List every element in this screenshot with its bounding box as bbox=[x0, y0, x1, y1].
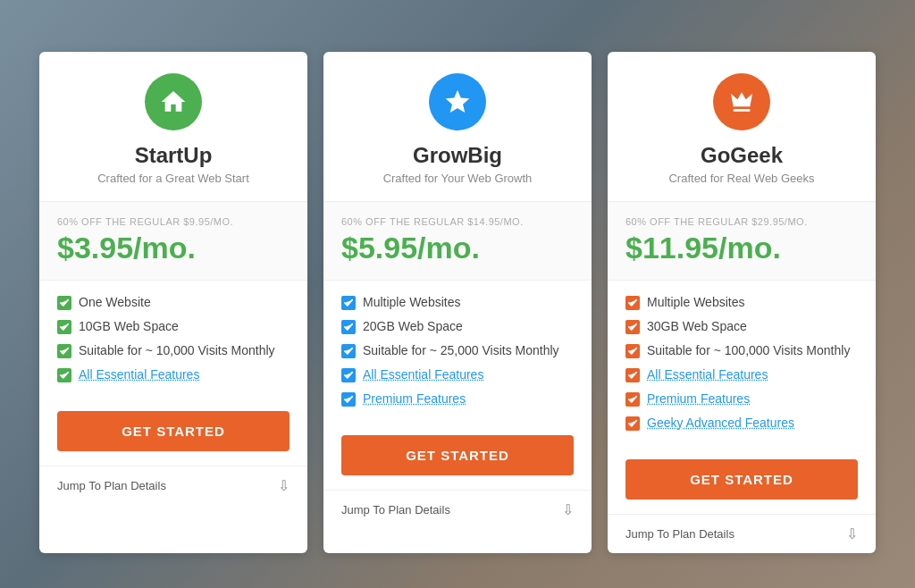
feature-item: All Essential Features bbox=[625, 367, 858, 382]
plan-features-growbig: Multiple Websites 20GB Web Space Suitabl… bbox=[323, 281, 592, 421]
original-price-gogeek: 60% OFF THE REGULAR $29.95/MO. bbox=[625, 216, 858, 227]
check-icon bbox=[625, 344, 640, 358]
feature-link-startup[interactable]: All Essential Features bbox=[79, 367, 199, 382]
plan-features-startup: One Website 10GB Web Space Suitable for … bbox=[39, 281, 307, 397]
check-icon bbox=[341, 296, 356, 310]
feature-text: Multiple Websites bbox=[647, 295, 744, 309]
plan-card-gogeek: GoGeek Crafted for Real Web Geeks 60% OF… bbox=[608, 52, 876, 553]
check-icon bbox=[625, 416, 640, 431]
check-icon bbox=[625, 368, 640, 382]
down-arrow-icon-gogeek: ⇩ bbox=[846, 525, 858, 542]
plan-header-startup: StartUp Crafted for a Great Web Start bbox=[39, 52, 307, 202]
feature-link-gogeek[interactable]: All Essential Features bbox=[647, 367, 768, 382]
discounted-price-gogeek: $11.95/mo. bbox=[625, 231, 858, 265]
feature-text: Suitable for ~ 25,000 Visits Monthly bbox=[363, 343, 559, 357]
feature-item: Suitable for ~ 10,000 Visits Monthly bbox=[57, 343, 290, 358]
feature-link-gogeek[interactable]: Premium Features bbox=[647, 391, 750, 406]
check-icon bbox=[341, 392, 356, 407]
plan-cta-growbig: GET STARTED bbox=[323, 421, 592, 490]
feature-link-growbig[interactable]: All Essential Features bbox=[363, 367, 483, 382]
feature-item: 20GB Web Space bbox=[341, 319, 574, 334]
discounted-price-growbig: $5.95/mo. bbox=[341, 231, 574, 265]
plan-card-startup: StartUp Crafted for a Great Web Start 60… bbox=[39, 52, 307, 553]
get-started-button-gogeek[interactable]: GET STARTED bbox=[625, 459, 858, 500]
plan-icon-gogeek bbox=[713, 73, 770, 130]
plan-header-growbig: GrowBig Crafted for Your Web Growth bbox=[323, 52, 592, 202]
feature-item: All Essential Features bbox=[341, 367, 574, 382]
discounted-price-startup: $3.95/mo. bbox=[57, 231, 290, 265]
check-icon bbox=[625, 392, 640, 407]
original-price-growbig: 60% OFF THE REGULAR $14.95/MO. bbox=[341, 216, 574, 227]
check-icon bbox=[57, 320, 71, 334]
plan-cta-gogeek: GET STARTED bbox=[608, 445, 876, 514]
feature-text: 30GB Web Space bbox=[647, 319, 747, 333]
feature-text: 10GB Web Space bbox=[79, 319, 179, 333]
check-icon bbox=[57, 296, 71, 310]
plan-pricing-startup: 60% OFF THE REGULAR $9.95/MO. $3.95/mo. bbox=[39, 202, 307, 281]
jump-link-growbig: Jump To Plan Details bbox=[341, 503, 450, 517]
feature-text: Suitable for ~ 10,000 Visits Monthly bbox=[79, 343, 275, 357]
plan-card-growbig: GrowBig Crafted for Your Web Growth 60% … bbox=[323, 52, 592, 553]
feature-item: 10GB Web Space bbox=[57, 319, 290, 334]
plan-pricing-growbig: 60% OFF THE REGULAR $14.95/MO. $5.95/mo. bbox=[323, 202, 592, 281]
feature-item: Geeky Advanced Features bbox=[625, 416, 858, 431]
check-icon bbox=[341, 320, 356, 334]
feature-item: Multiple Websites bbox=[625, 295, 858, 310]
check-icon bbox=[341, 344, 356, 358]
plan-icon-growbig bbox=[429, 73, 486, 130]
feature-text: Multiple Websites bbox=[363, 295, 460, 309]
check-icon bbox=[341, 368, 356, 382]
feature-item: One Website bbox=[57, 295, 290, 310]
check-icon bbox=[625, 296, 640, 310]
plan-tagline-gogeek: Crafted for Real Web Geeks bbox=[625, 172, 858, 185]
feature-item: Premium Features bbox=[341, 391, 574, 407]
feature-item: Suitable for ~ 25,000 Visits Monthly bbox=[341, 343, 574, 358]
plan-tagline-growbig: Crafted for Your Web Growth bbox=[341, 172, 574, 185]
check-icon bbox=[57, 344, 71, 358]
plan-footer-startup[interactable]: Jump To Plan Details ⇩ bbox=[39, 466, 307, 505]
plan-name-growbig: GrowBig bbox=[341, 143, 574, 168]
down-arrow-icon-growbig: ⇩ bbox=[562, 501, 574, 518]
plan-cta-startup: GET STARTED bbox=[39, 397, 307, 466]
page-wrapper: StartUp Crafted for a Great Web Start 60… bbox=[0, 0, 915, 571]
feature-link-gogeek[interactable]: Geeky Advanced Features bbox=[647, 416, 794, 430]
plan-icon-startup bbox=[145, 73, 202, 130]
plan-footer-growbig[interactable]: Jump To Plan Details ⇩ bbox=[323, 490, 592, 529]
plan-name-gogeek: GoGeek bbox=[625, 143, 858, 168]
feature-text: Suitable for ~ 100,000 Visits Monthly bbox=[647, 343, 850, 357]
jump-link-gogeek: Jump To Plan Details bbox=[625, 527, 735, 541]
feature-item: Multiple Websites bbox=[341, 295, 574, 310]
feature-item: 30GB Web Space bbox=[625, 319, 858, 334]
down-arrow-icon-startup: ⇩ bbox=[278, 477, 290, 494]
plan-footer-gogeek[interactable]: Jump To Plan Details ⇩ bbox=[608, 514, 876, 553]
get-started-button-startup[interactable]: GET STARTED bbox=[57, 411, 290, 451]
plan-features-gogeek: Multiple Websites 30GB Web Space Suitabl… bbox=[608, 281, 876, 445]
feature-text: One Website bbox=[79, 295, 151, 309]
plan-pricing-gogeek: 60% OFF THE REGULAR $29.95/MO. $11.95/mo… bbox=[608, 202, 876, 281]
feature-item: Suitable for ~ 100,000 Visits Monthly bbox=[625, 343, 858, 358]
feature-item: Premium Features bbox=[625, 391, 858, 407]
plan-header-gogeek: GoGeek Crafted for Real Web Geeks bbox=[608, 52, 876, 202]
feature-link-growbig[interactable]: Premium Features bbox=[363, 391, 466, 406]
feature-text: 20GB Web Space bbox=[363, 319, 463, 333]
check-icon bbox=[625, 320, 640, 334]
plan-name-startup: StartUp bbox=[57, 143, 290, 168]
feature-item: All Essential Features bbox=[57, 367, 290, 382]
plan-tagline-startup: Crafted for a Great Web Start bbox=[57, 172, 290, 185]
get-started-button-growbig[interactable]: GET STARTED bbox=[341, 435, 574, 475]
check-icon bbox=[57, 368, 71, 382]
plans-container: StartUp Crafted for a Great Web Start 60… bbox=[18, 52, 897, 553]
original-price-startup: 60% OFF THE REGULAR $9.95/MO. bbox=[57, 216, 290, 227]
jump-link-startup: Jump To Plan Details bbox=[57, 479, 166, 492]
